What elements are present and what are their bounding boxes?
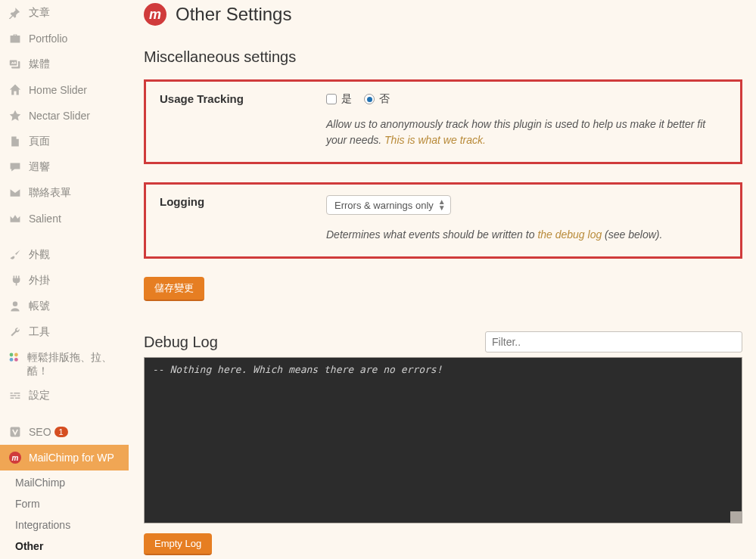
misc-heading: Miscellaneous settings <box>144 48 742 66</box>
sidebar-item-label: SEO <box>29 426 51 438</box>
brush-icon <box>8 247 23 262</box>
svg-point-3 <box>14 358 18 362</box>
sidebar-item-label: 文章 <box>29 6 50 20</box>
star-icon <box>8 108 23 123</box>
logging-select[interactable]: Errors & warnings only ▲▼ <box>326 195 451 215</box>
svg-point-1 <box>14 353 18 357</box>
sidebar-item-label: Nectar Slider <box>29 110 90 122</box>
sidebar-item-label: 迴響 <box>29 160 50 174</box>
sidebar-item-salient[interactable]: Salient <box>0 206 129 231</box>
media-icon <box>8 57 23 72</box>
sidebar-item-contact-form[interactable]: 聯絡表單 <box>0 180 129 206</box>
comment-icon <box>8 160 23 175</box>
sidebar-item-seo[interactable]: SEO 1 <box>0 419 129 445</box>
sidebar-item-home-slider[interactable]: Home Slider <box>0 77 129 103</box>
mailchimp-icon: m <box>8 450 23 465</box>
sidebar-item-label: 頁面 <box>29 135 50 148</box>
sidebar-item-label: 帳號 <box>29 300 50 313</box>
sidebar-item-label: Home Slider <box>29 84 87 96</box>
debug-log-filter-input[interactable] <box>485 331 742 352</box>
sidebar-item-pages[interactable]: 頁面 <box>0 129 129 154</box>
main-content: m Other Settings Miscellaneous settings … <box>129 0 756 559</box>
seo-icon <box>8 424 23 439</box>
sidebar-item-tools[interactable]: 工具 <box>0 319 129 345</box>
sliders-icon <box>8 388 23 403</box>
sidebar-item-label: 聯絡表單 <box>29 186 71 200</box>
sidebar-item-label: 工具 <box>29 325 50 339</box>
debug-log-textarea[interactable] <box>144 357 742 523</box>
sidebar-item-posts[interactable]: 文章 <box>0 0 129 26</box>
logging-select-value: Errors & warnings only <box>334 200 434 211</box>
mailchimp-logo-icon: m <box>144 3 166 26</box>
user-icon <box>8 299 23 314</box>
usage-tracking-radios: 是 否 <box>326 92 726 106</box>
debug-log-link[interactable]: the debug log <box>537 228 602 241</box>
submenu-form[interactable]: Form <box>0 493 129 514</box>
svg-point-0 <box>9 353 13 357</box>
submenu-other[interactable]: Other <box>0 536 129 557</box>
seo-badge: 1 <box>54 427 68 437</box>
sidebar-item-label: 媒體 <box>29 57 50 71</box>
sidebar-item-swifty[interactable]: 輕鬆排版拖、拉、酷！ <box>0 345 129 383</box>
pin-icon <box>8 5 23 20</box>
sidebar-item-media[interactable]: 媒體 <box>0 51 129 77</box>
page-icon <box>8 134 23 149</box>
sidebar-item-settings[interactable]: 設定 <box>0 383 129 408</box>
sidebar-item-label: Portfolio <box>29 33 67 45</box>
submenu-mailchimp[interactable]: MailChimp <box>0 472 129 493</box>
sidebar-item-comments[interactable]: 迴響 <box>0 154 129 180</box>
sidebar-item-label: 輕鬆排版拖、拉、酷！ <box>27 350 121 377</box>
logging-box: Logging Errors & warnings only ▲▼ Determ… <box>144 182 742 259</box>
usage-tracking-no-radio[interactable] <box>364 94 375 104</box>
submenu-integrations[interactable]: Integrations <box>0 514 129 536</box>
select-caret-icon: ▲▼ <box>438 199 446 211</box>
sidebar-item-label: 外觀 <box>29 248 50 262</box>
logging-desc: Determines what events should be written… <box>326 227 726 243</box>
usage-tracking-yes-radio[interactable] <box>326 94 337 104</box>
logging-label: Logging <box>160 195 303 243</box>
sidebar-item-plugins[interactable]: 外掛 <box>0 268 129 293</box>
usage-tracking-box: Usage Tracking 是 否 Allow us to anonymous… <box>144 79 742 164</box>
sidebar-item-portfolio[interactable]: Portfolio <box>0 26 129 51</box>
sidebar-item-mailchimp[interactable]: m MailChimp for WP <box>0 445 129 470</box>
empty-log-button[interactable]: Empty Log <box>144 533 212 555</box>
usage-tracking-yes-label: 是 <box>341 92 352 106</box>
sidebar-item-label: 外掛 <box>29 274 50 287</box>
usage-tracking-label: Usage Tracking <box>160 92 303 148</box>
svg-point-2 <box>9 358 13 362</box>
sidebar-item-nectar-slider[interactable]: Nectar Slider <box>0 103 129 129</box>
sidebar-item-label: Salient <box>29 213 61 225</box>
plug-icon <box>8 273 23 288</box>
sidebar-item-label: MailChimp for WP <box>29 452 114 464</box>
admin-sidebar: 文章 Portfolio 媒體 Home Slider Nectar Slide… <box>0 0 129 559</box>
mail-icon <box>8 185 23 200</box>
wrench-icon <box>8 325 23 340</box>
page-title: Other Settings <box>176 4 291 25</box>
sidebar-item-users[interactable]: 帳號 <box>0 293 129 319</box>
home-icon <box>8 82 23 98</box>
usage-tracking-desc: Allow us to anonymously track how this p… <box>326 116 726 148</box>
save-button[interactable]: 儲存變更 <box>144 277 204 301</box>
crown-icon <box>8 211 23 226</box>
palette-icon <box>8 350 21 365</box>
briefcase-icon <box>8 31 23 46</box>
usage-tracking-link[interactable]: This is what we track. <box>384 134 486 146</box>
debug-log-heading: Debug Log <box>144 334 218 351</box>
mailchimp-submenu: MailChimp Form Integrations Other <box>0 470 129 559</box>
usage-tracking-no-label: 否 <box>379 92 390 106</box>
sidebar-item-appearance[interactable]: 外觀 <box>0 242 129 268</box>
sidebar-item-label: 設定 <box>29 389 50 402</box>
